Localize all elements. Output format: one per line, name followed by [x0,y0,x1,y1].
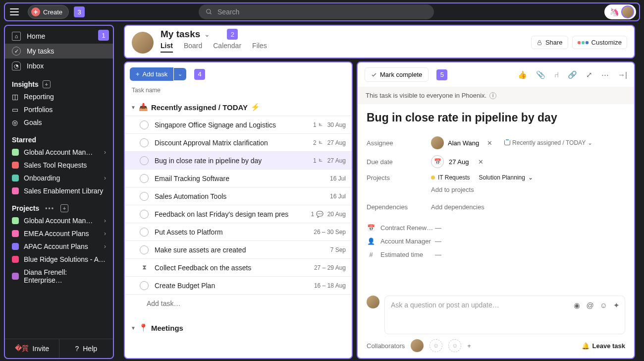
collapse-icon[interactable]: ▼ [131,325,136,331]
starred-item[interactable]: Onboarding› [5,172,113,184]
custom-field-row[interactable]: 👤Account Manager— [367,235,625,248]
task-row[interactable]: Discount Approval Matrix clarification2 … [125,133,352,151]
chevron-right-icon[interactable]: › [104,149,106,156]
customize-button[interactable]: Customize [572,36,627,49]
add-collaborator-icon[interactable]: + [467,342,471,350]
invite-button[interactable]: �質Invite [5,339,59,358]
chevron-right-icon[interactable]: › [104,217,106,224]
menu-toggle-icon[interactable] [10,6,22,18]
add-collaborator-placeholder[interactable]: ☺ [429,339,442,352]
mention-icon[interactable]: @ [586,301,593,310]
expand-icon[interactable]: ⤢ [586,70,592,79]
starred-header[interactable]: Starred [5,129,113,146]
like-icon[interactable]: 👍 [518,70,527,79]
tab-list[interactable]: List [161,42,173,53]
add-collaborator-placeholder[interactable]: ☺ [448,339,461,352]
search-input[interactable]: Search [199,4,434,19]
chevron-right-icon[interactable]: › [104,243,106,250]
add-insight-icon[interactable]: + [43,80,51,88]
mark-complete-button[interactable]: Mark complete [365,67,429,82]
due-date-chip[interactable]: 📅 27 Aug ✕ [431,155,483,168]
project-item[interactable]: EMEA Account Plans› [5,227,113,240]
task-row[interactable]: Feedback on last Friday's design team pr… [125,205,352,223]
complete-checkbox[interactable] [140,228,149,237]
tab-board[interactable]: Board [184,42,202,53]
complete-checkbox[interactable] [140,192,149,201]
insights-header[interactable]: Insights + [5,73,113,90]
profile-avatar[interactable] [132,32,154,54]
complete-checkbox[interactable] [140,156,149,165]
comment-input[interactable]: Ask a question or post an update… ◉ @ ☺ … [384,296,625,334]
add-to-projects-link[interactable]: Add to projects [431,186,542,193]
project-chip-it-requests[interactable]: IT Requests [431,174,470,181]
custom-field-row[interactable]: 📅Contract Renew…— [367,221,625,235]
add-dependencies-link[interactable]: Add dependencies [431,203,484,211]
complete-checkbox[interactable] [140,120,149,129]
project-item[interactable]: Global Account Man…› [5,214,113,227]
project-chip-solution-planning[interactable]: Solution Planning⌄ [479,174,533,181]
complete-checkbox[interactable] [140,174,149,183]
chevron-down-icon[interactable]: ⌄ [204,30,210,38]
add-task-dropdown[interactable]: ⌄ [174,68,186,80]
custom-field-row[interactable]: #Estimated time— [367,248,625,261]
task-row[interactable]: Singapore Office Signage and Logistics1 … [125,116,352,133]
clear-assignee-icon[interactable]: ✕ [487,139,492,147]
attachment-icon[interactable]: 📎 [536,70,545,79]
collapse-icon[interactable]: ▼ [131,105,136,110]
emoji-icon[interactable]: ☺ [600,301,607,310]
section-recently-assigned[interactable]: ▼ 📥 Recently assigned / TODAY ⚡ [125,99,352,116]
tab-files[interactable]: Files [252,42,267,53]
collaborator-avatar[interactable] [411,339,424,352]
share-button[interactable]: Share [531,36,568,49]
close-panel-icon[interactable]: →| [618,70,627,79]
more-icon[interactable]: ⋯ [601,70,609,79]
starred-item[interactable]: Sales Tool Requests [5,159,113,172]
record-icon[interactable]: ◉ [574,301,580,310]
project-item[interactable]: Diana Frenell: Enterprise… [5,266,113,287]
chevron-right-icon[interactable]: › [104,230,106,237]
info-icon[interactable]: i [489,92,496,99]
nav-home[interactable]: ⌂ Home [5,29,113,44]
task-row[interactable]: ⧗Collect Feedback on the assets27 – 29 A… [125,258,352,276]
star-icon[interactable]: ✦ [613,301,620,310]
complete-checkbox[interactable] [140,281,149,290]
project-item[interactable]: APAC Account Plans› [5,240,113,253]
task-row[interactable]: Sales Automation Tools16 Jul [125,187,352,205]
project-item[interactable]: Blue Ridge Solutions - A… [5,253,113,266]
task-row[interactable]: Email Tracking Software16 Jul [125,169,352,187]
task-title[interactable]: Bug in close rate in pipeline by day [367,111,625,124]
user-avatar[interactable] [621,5,634,18]
starred-item[interactable]: Sales Enablement Library [5,184,113,197]
assignee-section-chip[interactable]: Recently assigned / TODAY ⌄ [504,139,592,146]
top-right-group: 🦄 [604,4,636,19]
add-project-icon[interactable]: + [60,204,68,212]
more-icon[interactable]: ••• [43,205,56,212]
unicorn-icon[interactable]: 🦄 [609,7,619,17]
task-row[interactable]: Create Budget Plan16 – 18 Aug [125,276,352,294]
clear-date-icon[interactable]: ✕ [478,158,483,166]
nav-reporting[interactable]: ◫Reporting [5,90,113,103]
nav-inbox[interactable]: ◔ Inbox [5,59,113,73]
assignee-chip[interactable]: Alan Wang ✕ [431,136,492,149]
complete-checkbox[interactable] [140,210,149,219]
create-button[interactable]: + Create [28,5,69,19]
task-row[interactable]: Bug in close rate in pipeline by day1 27… [125,151,352,169]
starred-item[interactable]: Global Account Man…› [5,146,113,159]
tab-calendar[interactable]: Calendar [213,42,241,53]
complete-checkbox[interactable] [140,245,149,254]
add-task-inline[interactable]: Add task… [125,294,352,312]
nav-my-tasks[interactable]: ✓ My tasks [5,44,113,59]
projects-header[interactable]: Projects ••• + [5,197,113,214]
chevron-right-icon[interactable]: › [104,175,106,181]
nav-portfolios[interactable]: ▭Portfolios [5,103,113,116]
subtask-icon[interactable]: ⑁ [554,70,559,79]
leave-task-button[interactable]: 🔔 Leave task [582,342,626,350]
complete-checkbox[interactable] [140,138,149,147]
add-task-button[interactable]: +Add task [130,67,173,81]
link-icon[interactable]: 🔗 [568,70,577,79]
help-button[interactable]: ?Help [59,339,113,358]
section-meetings[interactable]: ▼ 📍 Meetings [125,319,352,336]
nav-goals[interactable]: ◎Goals [5,116,113,129]
task-row[interactable]: Make sure assets are created7 Sep [125,241,352,258]
task-row[interactable]: Put Assets to Platform26 – 30 Sep [125,223,352,241]
